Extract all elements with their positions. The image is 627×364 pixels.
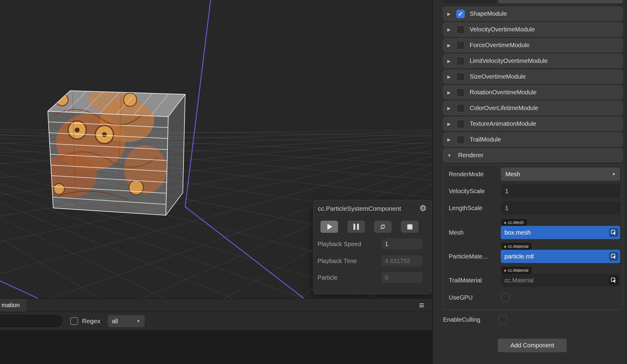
module-checkbox[interactable] bbox=[456, 120, 465, 128]
trailmaterial-asset-value: cc.Material bbox=[504, 277, 534, 284]
check-icon: ✓ bbox=[458, 11, 463, 17]
chevron-right-icon[interactable]: ▶ bbox=[447, 90, 456, 95]
menu-icon[interactable]: ≡ bbox=[419, 299, 424, 312]
tab-strip: mation ≡ bbox=[0, 298, 432, 312]
module-row-trailmodule[interactable]: ▶ TrailModule bbox=[443, 132, 623, 147]
play-button[interactable] bbox=[320, 221, 338, 233]
playback-time-field: 4.631752 bbox=[381, 255, 422, 266]
module-label: ShapeModule bbox=[470, 10, 507, 17]
rendermode-label: RenderMode bbox=[449, 167, 484, 181]
inspector-panel: ▶ ✓ ShapeModule ▶ VelocityOvertimeModule… bbox=[432, 0, 627, 364]
particle-count-row: Particle 0 bbox=[314, 272, 432, 283]
asset-picker-button[interactable] bbox=[609, 276, 618, 285]
module-row-velocityovertime[interactable]: ▶ VelocityOvertimeModule bbox=[443, 22, 623, 37]
module-row-textureanimation[interactable]: ▶ TextureAnimationModule bbox=[443, 117, 623, 131]
panel-title: cc.ParticleSystemComponent bbox=[318, 205, 401, 212]
velocityscale-label: VelocityScale bbox=[449, 184, 485, 198]
particle-count-label: Particle bbox=[317, 272, 338, 283]
rendermode-value: Mesh bbox=[505, 171, 520, 178]
module-row-coloroverlifetime[interactable]: ▶ ColorOverLifetimeModule bbox=[443, 101, 623, 115]
playback-time-label: Playback Time bbox=[317, 255, 357, 266]
module-checkbox[interactable] bbox=[456, 41, 465, 50]
restart-button[interactable] bbox=[374, 221, 392, 233]
module-label: TextureAnimationModule bbox=[470, 120, 536, 127]
mesh-type-label: cc.Mesh bbox=[508, 220, 524, 225]
trailmaterial-asset-field[interactable]: cc.Material bbox=[501, 274, 620, 287]
module-label: VelocityOvertimeModule bbox=[470, 26, 535, 33]
module-label: SizeOvertimeModule bbox=[470, 73, 526, 80]
regex-checkbox[interactable] bbox=[70, 317, 78, 325]
enableculling-label: EnableCulling bbox=[443, 313, 480, 326]
mesh-label: Mesh bbox=[449, 226, 464, 239]
module-label: TrailModule bbox=[470, 136, 501, 143]
asset-diamond-icon: ◆ bbox=[504, 269, 506, 272]
module-checkbox[interactable] bbox=[456, 88, 465, 97]
module-checkbox[interactable] bbox=[456, 135, 465, 144]
bottom-panel: mation ≡ Regex all ▼ bbox=[0, 298, 432, 364]
particle-cube[interactable] bbox=[42, 88, 185, 215]
velocityscale-field[interactable]: 1 bbox=[501, 184, 620, 198]
scene-viewport[interactable]: cc.ParticleSystemComponent ⚙ Playback bbox=[0, 0, 432, 298]
particlematerial-type-chip: ◆ cc.Material bbox=[502, 243, 531, 250]
stop-button[interactable] bbox=[401, 221, 419, 233]
asset-picker-icon bbox=[611, 229, 617, 236]
trailmaterial-type-chip: ◆ cc.Material bbox=[502, 267, 531, 274]
chevron-right-icon[interactable]: ▶ bbox=[447, 43, 456, 48]
tab-animation[interactable]: mation bbox=[0, 299, 27, 312]
usegpu-checkbox[interactable] bbox=[501, 293, 510, 302]
module-label: RotationOvertimeModule bbox=[470, 89, 537, 96]
renderer-header[interactable]: ▼ Renderer bbox=[443, 148, 623, 162]
search-row: Regex all ▼ bbox=[0, 312, 432, 330]
chevron-right-icon[interactable]: ▶ bbox=[447, 122, 456, 126]
module-checkbox[interactable] bbox=[456, 57, 465, 65]
particlematerial-label: ParticleMate… bbox=[449, 250, 488, 263]
asset-picker-icon bbox=[611, 253, 617, 259]
gear-icon[interactable]: ⚙ bbox=[419, 204, 427, 213]
mesh-asset-field[interactable]: box.mesh bbox=[501, 226, 620, 239]
module-label: ColorOverLifetimeModule bbox=[470, 105, 538, 112]
loop-icon bbox=[379, 223, 387, 231]
clipped-row-field bbox=[498, 0, 623, 3]
filter-value: all bbox=[112, 318, 118, 325]
asset-picker-button[interactable] bbox=[609, 252, 618, 261]
chevron-down-icon: ▼ bbox=[136, 319, 140, 323]
chevron-right-icon[interactable]: ▶ bbox=[447, 74, 456, 79]
particlematerial-type-label: cc.Material bbox=[508, 244, 528, 249]
pause-icon bbox=[353, 224, 359, 230]
pause-button[interactable] bbox=[347, 221, 365, 233]
chevron-down-icon[interactable]: ▼ bbox=[447, 153, 456, 158]
lengthscale-field[interactable]: 1 bbox=[501, 201, 620, 215]
chevron-right-icon[interactable]: ▶ bbox=[447, 11, 456, 16]
search-input[interactable] bbox=[0, 315, 62, 327]
particle-system-panel: cc.ParticleSystemComponent ⚙ Playback bbox=[313, 200, 432, 294]
module-checkbox[interactable] bbox=[456, 73, 465, 81]
renderer-label: Renderer bbox=[458, 152, 483, 159]
app-root: cc.ParticleSystemComponent ⚙ Playback bbox=[0, 0, 627, 364]
module-row-shapemodule[interactable]: ▶ ✓ ShapeModule bbox=[443, 7, 623, 21]
mesh-asset-value: box.mesh bbox=[504, 229, 531, 236]
chevron-right-icon[interactable]: ▶ bbox=[447, 27, 456, 32]
regex-label: Regex bbox=[82, 317, 100, 325]
rendermode-dropdown[interactable]: Mesh ▼ bbox=[501, 167, 620, 181]
module-row-rotationovertime[interactable]: ▶ RotationOvertimeModule bbox=[443, 85, 623, 99]
module-checkbox[interactable] bbox=[456, 104, 465, 112]
chevron-right-icon[interactable]: ▶ bbox=[447, 137, 456, 142]
filter-dropdown[interactable]: all ▼ bbox=[108, 315, 145, 327]
module-checkbox[interactable] bbox=[456, 25, 465, 34]
module-checkbox[interactable]: ✓ bbox=[456, 10, 465, 18]
module-row-forceovertime[interactable]: ▶ ForceOvertimeModule bbox=[443, 38, 623, 52]
asset-picker-button[interactable] bbox=[609, 228, 618, 237]
trailmaterial-label: TrailMaterial bbox=[449, 274, 482, 287]
particlematerial-asset-field[interactable]: particle.mtl bbox=[501, 250, 620, 263]
add-component-button[interactable]: Add Component bbox=[498, 339, 567, 352]
module-row-sizeovertime[interactable]: ▶ SizeOvertimeModule bbox=[443, 70, 623, 84]
enableculling-checkbox[interactable] bbox=[499, 315, 507, 324]
chevron-right-icon[interactable]: ▶ bbox=[447, 106, 456, 111]
playback-speed-field[interactable]: 1 bbox=[381, 239, 422, 249]
particle-count-field: 0 bbox=[381, 272, 422, 283]
chevron-right-icon[interactable]: ▶ bbox=[447, 59, 456, 63]
playback-time-row: Playback Time 4.631752 bbox=[314, 255, 432, 266]
module-row-limitvelocityovertime[interactable]: ▶ LimitVelocityOvertimeModule bbox=[443, 54, 623, 68]
usegpu-label: UseGPU bbox=[449, 291, 473, 304]
asset-diamond-icon: ◆ bbox=[504, 221, 506, 224]
